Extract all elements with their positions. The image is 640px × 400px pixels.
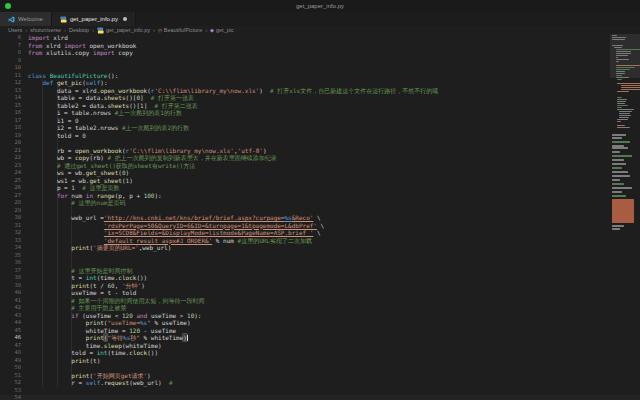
code-line[interactable]: 37 # 这里开始是时间控制 bbox=[0, 267, 610, 275]
code-text: print(t) bbox=[28, 357, 100, 365]
minimap-line-mark bbox=[616, 55, 629, 56]
code-text: rb = open_workbook(r'C:\\flim\library_my… bbox=[28, 147, 267, 155]
code-line[interactable]: 17 i1 = 0 bbox=[0, 117, 610, 125]
code-line[interactable]: 34 print('摘要页的URL=',web_url) bbox=[0, 244, 610, 252]
tab-get-paper-info.py[interactable]: get_paper_info.py bbox=[52, 12, 136, 26]
code-line[interactable]: 22 wb = copy(rb) # 把上一次爬到的复制到新表里去，并在新表里面… bbox=[0, 154, 610, 162]
code-line[interactable]: 41 # 如果一个周期的时间使用太短，则等待一段时间 bbox=[0, 297, 610, 305]
minimap-line-mark bbox=[621, 85, 640, 86]
breadcrumb-item-shuiuniverse[interactable]: shuiuniverse bbox=[30, 27, 61, 33]
code-line[interactable]: 40 useTime = t - told bbox=[0, 289, 610, 297]
code-text: from xlutils.copy import copy bbox=[28, 49, 133, 57]
code-line[interactable]: 53 bbox=[0, 387, 610, 395]
code-line[interactable]: 32 'ix=SCDB&Fields=&DisplayMode=listmode… bbox=[0, 229, 610, 237]
code-line[interactable]: 29 bbox=[0, 207, 610, 215]
code-line[interactable]: 44 print("useTime=%s" % useTime) bbox=[0, 319, 610, 327]
code-line[interactable]: 21 rb = open_workbook(r'C:\\flim\library… bbox=[0, 147, 610, 155]
minimap-line-mark bbox=[619, 117, 628, 118]
code-line[interactable]: 11class BeautifulPicture(): bbox=[0, 72, 610, 80]
code-line[interactable]: 16 i = table.nrows #上一次爬到的表1的行数 bbox=[0, 109, 610, 117]
breadcrumb-item-beautifulpicture[interactable]: ◇BeautifulPicture bbox=[158, 27, 202, 33]
code-line[interactable]: 18 i2 = table2.nrows #上一次爬到的表2的行数 bbox=[0, 124, 610, 132]
line-number: 26 bbox=[0, 184, 28, 192]
tab-welcome[interactable]: Welcome bbox=[0, 12, 52, 26]
breadcrumb-label: Desktop bbox=[69, 27, 89, 33]
line-number: 18 bbox=[0, 124, 28, 132]
code-line[interactable]: 14 table = data.sheets()[0] # 打开第一张表 bbox=[0, 94, 610, 102]
breadcrumb-separator-icon: › bbox=[64, 27, 66, 33]
breadcrumb-label: get_paper_info.py bbox=[106, 27, 150, 33]
minimap-line-mark bbox=[617, 107, 622, 108]
code-line[interactable]: 47 time.sleep(whiteTime) bbox=[0, 342, 610, 350]
horizontal-scrollbar-track[interactable] bbox=[0, 395, 640, 400]
line-number: 39 bbox=[0, 282, 28, 290]
modified-dot-icon[interactable] bbox=[123, 17, 127, 21]
line-number: 7 bbox=[0, 42, 28, 50]
code-line[interactable]: 7from xlrd import open_workbook bbox=[0, 42, 610, 50]
breadcrumb-label: Users bbox=[8, 27, 22, 33]
line-number: 52 bbox=[0, 379, 28, 387]
minimap-block bbox=[612, 175, 630, 177]
line-number: 41 bbox=[0, 297, 28, 305]
code-line[interactable]: 38 t = int(time.clock()) bbox=[0, 274, 610, 282]
code-line[interactable]: 52 r = self.request(web_url) # bbox=[0, 379, 610, 387]
code-text: from xlrd import open_workbook bbox=[28, 42, 136, 50]
minimap-slider[interactable] bbox=[610, 34, 640, 78]
code-area[interactable]: 6import xlrd7from xlrd import open_workb… bbox=[0, 34, 610, 400]
code-line[interactable]: 42 # 主要用于防止被禁 bbox=[0, 304, 610, 312]
code-line[interactable]: 19 told = 0 bbox=[0, 132, 610, 140]
line-number: 49 bbox=[0, 357, 28, 365]
code-line[interactable]: 23 # 通过get_sheet()获取的sheet有write()方法 bbox=[0, 162, 610, 170]
code-line[interactable]: 33 'default_result_aspx#J_ORDER&' % num … bbox=[0, 237, 610, 245]
code-line[interactable]: 28 # 这里的num是页码 bbox=[0, 199, 610, 207]
minimap-line-mark bbox=[616, 57, 619, 58]
code-line[interactable]: 51 print('开始网页get请求') bbox=[0, 372, 610, 380]
code-line[interactable]: 45 whiteTime = 120 - useTime bbox=[0, 327, 610, 335]
line-number: 35 bbox=[0, 252, 28, 260]
minimap-line-mark bbox=[616, 59, 630, 60]
code-line[interactable]: 43 if (useTime < 120 and useTime > 10): bbox=[0, 312, 610, 320]
tab-label: Welcome bbox=[18, 16, 43, 22]
code-line[interactable]: 30 web_url ='http://kns.cnki.net/kns/bri… bbox=[0, 214, 610, 222]
minimap-line-mark bbox=[612, 37, 626, 38]
breadcrumb-item-get-paper-info.py[interactable]: get_paper_info.py bbox=[97, 27, 150, 34]
minimap-block bbox=[612, 195, 626, 197]
code-line[interactable]: 26 p = 1 # 这里是页数 bbox=[0, 184, 610, 192]
code-line[interactable]: 9 bbox=[0, 57, 610, 65]
code-line[interactable]: 8from xlutils.copy import copy bbox=[0, 49, 610, 57]
code-line[interactable]: 31 'rdsPerPage=50&QueryID=6&ID=&turnpage… bbox=[0, 222, 610, 230]
code-line[interactable]: 13 data = xlrd.open_workbook(r'C:\\flim\… bbox=[0, 87, 610, 95]
breadcrumb-item-users[interactable]: Users bbox=[8, 27, 22, 33]
code-line[interactable]: 48 told = int(time.clock()) bbox=[0, 349, 610, 357]
minimap-block bbox=[612, 179, 620, 181]
code-line[interactable]: 50 bbox=[0, 364, 610, 372]
minimap[interactable] bbox=[610, 34, 640, 400]
code-line[interactable]: 27 for num in range(p, p + 100): bbox=[0, 192, 610, 200]
code-line[interactable]: 15 table2 = data.sheets()[1] # 打开第二张表 bbox=[0, 102, 610, 110]
code-text: data = xlrd.open_workbook(r'C:\\flim\lib… bbox=[28, 87, 438, 95]
code-line[interactable]: 24 ws = wb.get_sheet(0) bbox=[0, 169, 610, 177]
minimap-block bbox=[612, 155, 632, 157]
breadcrumb-label: get_pic bbox=[216, 27, 234, 33]
code-text: i = table.nrows #上一次爬到的表1的行数 bbox=[28, 109, 182, 117]
code-line[interactable]: 36 bbox=[0, 259, 610, 267]
breadcrumb-item-desktop[interactable]: Desktop bbox=[69, 27, 89, 33]
line-number: 37 bbox=[0, 267, 28, 275]
code-line[interactable]: 35 bbox=[0, 252, 610, 260]
code-text: wb = copy(rb) # 把上一次爬到的复制到新表里去，并在新表里面继续添… bbox=[28, 154, 277, 162]
breadcrumb-item-get-pic[interactable]: ◆get_pic bbox=[210, 27, 234, 33]
minimap-line-mark bbox=[616, 49, 640, 50]
code-line[interactable]: 25 ws1 = wb.get_sheet(1) bbox=[0, 177, 610, 185]
code-line[interactable]: 6import xlrd bbox=[0, 34, 610, 42]
minimap-line-mark bbox=[612, 39, 625, 40]
minimap-line-mark bbox=[621, 89, 640, 90]
code-line[interactable]: 39 print(t / 60, '分钟') bbox=[0, 282, 610, 290]
code-line[interactable]: 10 bbox=[0, 64, 610, 72]
code-line[interactable]: 49 print(t) bbox=[0, 357, 610, 365]
code-line[interactable]: 12 def get_pic(self): bbox=[0, 79, 610, 87]
code-line[interactable]: 20 bbox=[0, 139, 610, 147]
code-line[interactable]: 46 print("等待%s秒" % whiteTime) bbox=[0, 334, 610, 342]
breadcrumb-separator-icon: › bbox=[153, 27, 155, 33]
code-text: i2 = table2.nrows #上一次爬到的表2的行数 bbox=[28, 124, 189, 132]
line-number: 12 bbox=[0, 79, 28, 87]
